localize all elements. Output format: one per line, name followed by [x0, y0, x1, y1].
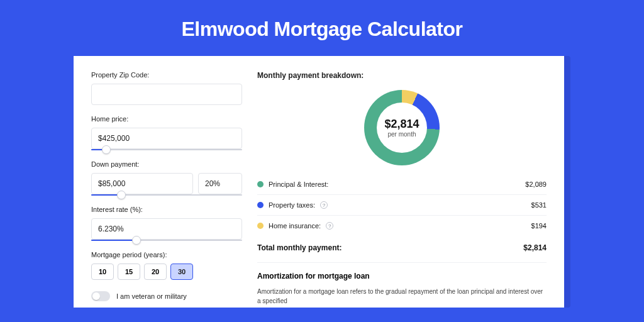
- donut-chart: $2,814 per month: [364, 90, 440, 165]
- donut-sub: per month: [387, 131, 416, 138]
- legend-row-insurance: Home insurance: ? $194: [257, 216, 547, 236]
- info-icon[interactable]: ?: [320, 201, 328, 209]
- interest-input[interactable]: [91, 218, 242, 240]
- legend-value: $2,089: [525, 180, 547, 188]
- period-buttons: 10 15 20 30: [91, 264, 242, 280]
- total-row: Total monthly payment: $2,814: [257, 236, 547, 262]
- toggle-knob: [92, 292, 100, 300]
- legend-row-taxes: Property taxes: ? $531: [257, 195, 547, 216]
- veteran-label: I am veteran or military: [116, 292, 187, 300]
- donut-value: $2,814: [384, 118, 419, 131]
- legend-row-principal: Principal & Interest: $2,089: [257, 174, 547, 195]
- donut-center: $2,814 per month: [377, 103, 427, 153]
- home-price-field: Home price:: [91, 115, 242, 150]
- period-btn-10[interactable]: 10: [91, 264, 114, 280]
- amortization-title: Amortization for mortgage loan: [257, 272, 547, 280]
- page-title: Elmwood Mortgage Calculator: [0, 0, 644, 56]
- total-value: $2,814: [523, 243, 547, 252]
- legend-label: Principal & Interest:: [269, 180, 328, 188]
- interest-slider[interactable]: [91, 240, 242, 241]
- dot-icon: [257, 223, 264, 229]
- calculator-panel: Property Zip Code: Home price: Down paym…: [74, 56, 564, 308]
- donut-chart-wrap: $2,814 per month: [257, 86, 547, 174]
- interest-field: Interest rate (%):: [91, 206, 242, 241]
- slider-thumb[interactable]: [102, 145, 111, 154]
- legend-label: Home insurance:: [269, 222, 321, 230]
- slider-thumb[interactable]: [117, 191, 126, 199]
- zip-field: Property Zip Code:: [91, 71, 242, 105]
- dot-icon: [257, 202, 264, 208]
- legend-label: Property taxes:: [269, 201, 315, 209]
- veteran-toggle[interactable]: [91, 291, 110, 301]
- interest-label: Interest rate (%):: [91, 206, 242, 213]
- legend-value: $531: [531, 201, 547, 209]
- period-btn-30[interactable]: 30: [170, 264, 193, 280]
- zip-label: Property Zip Code:: [91, 71, 242, 79]
- down-payment-input[interactable]: [91, 173, 193, 194]
- slider-thumb[interactable]: [132, 236, 141, 245]
- period-btn-15[interactable]: 15: [118, 264, 140, 280]
- period-field: Mortgage period (years): 10 15 20 30: [91, 251, 242, 280]
- info-icon[interactable]: ?: [326, 222, 333, 230]
- panel-shadow: Property Zip Code: Home price: Down paym…: [74, 56, 570, 308]
- veteran-row: I am veteran or military: [91, 291, 242, 301]
- down-payment-slider[interactable]: [91, 194, 242, 196]
- breakdown-column: Monthly payment breakdown: $2,814 per mo…: [257, 71, 547, 306]
- home-price-label: Home price:: [91, 115, 242, 123]
- total-label: Total monthly payment:: [257, 243, 341, 252]
- amortization-section: Amortization for mortgage loan Amortizat…: [257, 262, 547, 306]
- down-payment-pct-input[interactable]: [198, 173, 242, 194]
- home-price-slider[interactable]: [91, 149, 242, 150]
- amortization-text: Amortization for a mortgage loan refers …: [257, 287, 547, 306]
- breakdown-title: Monthly payment breakdown:: [257, 71, 547, 80]
- dot-icon: [257, 181, 264, 187]
- down-payment-label: Down payment:: [91, 160, 242, 168]
- period-label: Mortgage period (years):: [91, 251, 242, 258]
- legend-value: $194: [531, 222, 547, 230]
- form-column: Property Zip Code: Home price: Down paym…: [91, 71, 242, 306]
- period-btn-20[interactable]: 20: [144, 264, 167, 280]
- home-price-input[interactable]: [91, 128, 242, 149]
- down-payment-field: Down payment:: [91, 160, 242, 196]
- zip-input[interactable]: [91, 84, 242, 105]
